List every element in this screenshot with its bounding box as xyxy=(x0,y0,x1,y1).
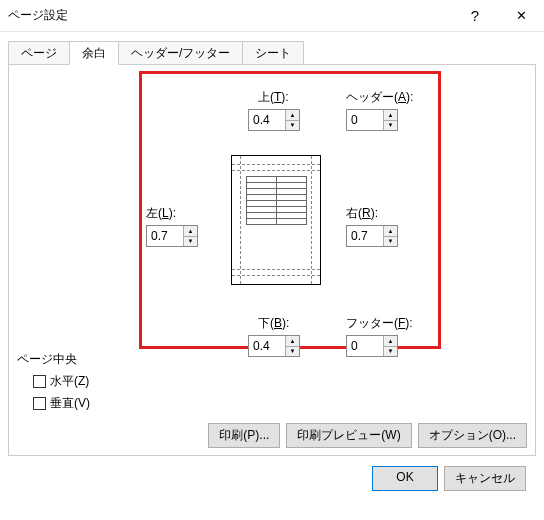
tab-page[interactable]: ページ xyxy=(8,41,70,64)
page-preview xyxy=(231,155,321,285)
close-button[interactable]: ✕ xyxy=(498,0,544,32)
spin-down-icon[interactable]: ▼ xyxy=(384,121,397,131)
margin-bottom-spinner[interactable]: ▲▼ xyxy=(248,335,300,357)
options-button[interactable]: オプション(O)... xyxy=(418,423,527,448)
dialog-footer: OK キャンセル xyxy=(8,456,536,501)
margin-footer-input[interactable] xyxy=(347,336,383,356)
margin-header-group: ヘッダー(A): ▲▼ xyxy=(346,89,413,131)
center-horizontal-label: 水平(Z) xyxy=(50,373,89,390)
margin-top-spinner[interactable]: ▲▼ xyxy=(248,109,300,131)
tab-margins[interactable]: 余白 xyxy=(69,41,119,65)
margin-right-group: 右(R): ▲▼ xyxy=(346,205,398,247)
margin-left-label: 左(L): xyxy=(146,205,198,222)
spin-down-icon[interactable]: ▼ xyxy=(384,237,397,247)
window-title: ページ設定 xyxy=(0,7,452,24)
ok-button[interactable]: OK xyxy=(372,466,438,491)
spin-up-icon[interactable]: ▲ xyxy=(286,110,299,121)
title-bar: ページ設定 ? ✕ xyxy=(0,0,544,32)
spin-down-icon[interactable]: ▼ xyxy=(184,237,197,247)
spin-up-icon[interactable]: ▲ xyxy=(384,110,397,121)
margin-left-group: 左(L): ▲▼ xyxy=(146,205,198,247)
margin-header-spinner[interactable]: ▲▼ xyxy=(346,109,398,131)
help-button[interactable]: ? xyxy=(452,0,498,32)
margin-top-label: 上(T): xyxy=(258,89,300,106)
margin-footer-label: フッター(F): xyxy=(346,315,413,332)
center-vertical-label: 垂直(V) xyxy=(50,395,90,412)
margin-bottom-label: 下(B): xyxy=(258,315,300,332)
tab-sheet[interactable]: シート xyxy=(242,41,304,64)
margin-left-spinner[interactable]: ▲▼ xyxy=(146,225,198,247)
tab-headerfooter[interactable]: ヘッダー/フッター xyxy=(118,41,243,64)
spin-up-icon[interactable]: ▲ xyxy=(384,226,397,237)
spin-up-icon[interactable]: ▲ xyxy=(184,226,197,237)
center-horizontal-row[interactable]: 水平(Z) xyxy=(33,373,89,390)
margin-right-label: 右(R): xyxy=(346,205,398,222)
print-preview-button[interactable]: 印刷プレビュー(W) xyxy=(286,423,411,448)
margin-footer-group: フッター(F): ▲▼ xyxy=(346,315,413,357)
margin-bottom-input[interactable] xyxy=(249,336,285,356)
margin-header-input[interactable] xyxy=(347,110,383,130)
tab-body-margins: 上(T): ▲▼ ヘッダー(A): ▲▼ 左(L): ▲▼ xyxy=(8,64,536,456)
center-horizontal-checkbox[interactable] xyxy=(33,375,46,388)
margin-left-input[interactable] xyxy=(147,226,183,246)
spin-down-icon[interactable]: ▼ xyxy=(286,347,299,357)
spin-up-icon[interactable]: ▲ xyxy=(384,336,397,347)
margin-bottom-group: 下(B): ▲▼ xyxy=(248,315,300,357)
spin-down-icon[interactable]: ▼ xyxy=(384,347,397,357)
tab-strip: ページ 余白 ヘッダー/フッター シート xyxy=(8,40,536,64)
margin-right-input[interactable] xyxy=(347,226,383,246)
margin-right-spinner[interactable]: ▲▼ xyxy=(346,225,398,247)
margin-layout: 上(T): ▲▼ ヘッダー(A): ▲▼ 左(L): ▲▼ xyxy=(13,75,531,405)
spin-up-icon[interactable]: ▲ xyxy=(286,336,299,347)
margin-header-label: ヘッダー(A): xyxy=(346,89,413,106)
margin-top-group: 上(T): ▲▼ xyxy=(248,89,300,131)
margin-footer-spinner[interactable]: ▲▼ xyxy=(346,335,398,357)
center-group-title: ページ中央 xyxy=(17,351,77,368)
center-vertical-row[interactable]: 垂直(V) xyxy=(33,395,90,412)
spin-down-icon[interactable]: ▼ xyxy=(286,121,299,131)
center-vertical-checkbox[interactable] xyxy=(33,397,46,410)
print-button[interactable]: 印刷(P)... xyxy=(208,423,280,448)
cancel-button[interactable]: キャンセル xyxy=(444,466,526,491)
action-button-row: 印刷(P)... 印刷プレビュー(W) オプション(O)... xyxy=(208,423,527,448)
margin-top-input[interactable] xyxy=(249,110,285,130)
